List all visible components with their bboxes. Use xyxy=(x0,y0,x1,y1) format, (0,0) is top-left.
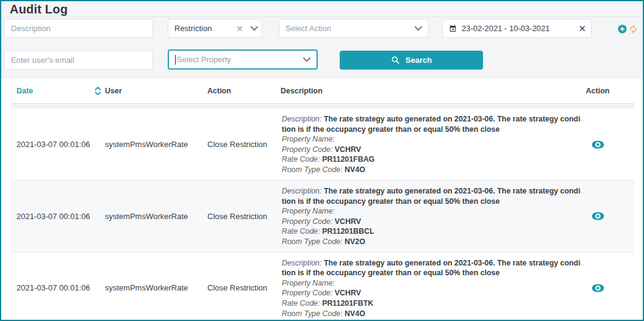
row-description: Description: The rate strategy auto gene… xyxy=(281,253,581,321)
view-details-button[interactable] xyxy=(592,140,604,149)
restriction-filter-select[interactable]: Restriction ✕ xyxy=(168,19,262,38)
table-row: 2021-03-07 00:01:06 systemPmsWorkerRate … xyxy=(12,109,634,180)
row-description: Description: The rate strategy auto gene… xyxy=(281,181,581,252)
row-user: systemPmsWorkerRate xyxy=(105,283,207,292)
table-row: 2021-03-07 00:01:06 systemPmsWorkerRate … xyxy=(12,252,634,321)
refresh-button[interactable] xyxy=(628,24,638,34)
column-header-row-action: Action xyxy=(586,87,610,95)
email-filter-input[interactable] xyxy=(4,51,153,70)
date-range-value: 23-02-2021 - 10-03-2021 xyxy=(462,24,573,33)
table-row: 2021-03-07 00:01:06 systemPmsWorkerRate … xyxy=(12,180,634,252)
plus-circle-icon xyxy=(618,24,627,34)
chevron-down-icon xyxy=(303,57,310,62)
chevron-down-icon xyxy=(251,26,258,31)
clear-date-icon[interactable]: ✕ xyxy=(578,23,586,34)
column-header-date[interactable]: Date xyxy=(16,86,105,96)
row-date: 2021-03-07 00:01:06 xyxy=(16,283,105,292)
audit-log-page: Audit Log Restriction ✕ Select Action 23… xyxy=(0,0,644,321)
column-header-description: Description xyxy=(281,87,581,95)
action-filter-select[interactable]: Select Action xyxy=(279,19,429,38)
search-icon xyxy=(391,56,400,65)
action-filter-placeholder: Select Action xyxy=(285,24,412,33)
column-header-action: Action xyxy=(207,87,281,95)
restriction-filter-value: Restriction xyxy=(174,24,231,33)
calendar-icon xyxy=(449,24,457,33)
table-subheader-band xyxy=(12,103,634,109)
refresh-icon xyxy=(629,24,638,34)
eye-icon xyxy=(592,284,604,292)
row-description: Description: The rate strategy auto gene… xyxy=(281,109,581,180)
table-header-row: Date User Action Description Action xyxy=(12,79,634,103)
view-details-button[interactable] xyxy=(592,212,604,220)
clear-restriction-icon[interactable]: ✕ xyxy=(236,24,243,34)
row-user: systemPmsWorkerRate xyxy=(105,140,207,149)
chevron-down-icon xyxy=(415,26,422,31)
audit-log-table: Date User Action Description Action 2021… xyxy=(1,79,643,320)
filter-panel: Audit Log Restriction ✕ Select Action 23… xyxy=(1,1,643,78)
description-filter-input[interactable] xyxy=(4,19,153,38)
title-divider xyxy=(1,16,643,17)
column-header-user: User xyxy=(105,87,207,95)
text-caret xyxy=(175,55,176,65)
row-action: Close Restriction xyxy=(207,140,281,149)
sort-icon[interactable] xyxy=(95,86,101,96)
eye-icon xyxy=(592,140,604,149)
property-filter-placeholder: Select Property xyxy=(177,55,301,64)
row-user: systemPmsWorkerRate xyxy=(105,212,207,221)
page-title: Audit Log xyxy=(10,2,68,16)
add-filter-button[interactable] xyxy=(617,24,627,34)
row-date: 2021-03-07 00:01:06 xyxy=(16,140,105,149)
view-details-button[interactable] xyxy=(592,284,604,292)
eye-icon xyxy=(592,212,604,220)
row-date: 2021-03-07 00:01:06 xyxy=(16,212,105,221)
property-filter-select[interactable]: Select Property xyxy=(168,49,318,70)
search-button[interactable]: Search xyxy=(340,51,483,70)
row-action: Close Restriction xyxy=(207,212,281,221)
row-action: Close Restriction xyxy=(207,283,281,292)
date-range-filter[interactable]: 23-02-2021 - 10-03-2021 ✕ xyxy=(442,19,592,38)
search-button-label: Search xyxy=(406,56,432,65)
